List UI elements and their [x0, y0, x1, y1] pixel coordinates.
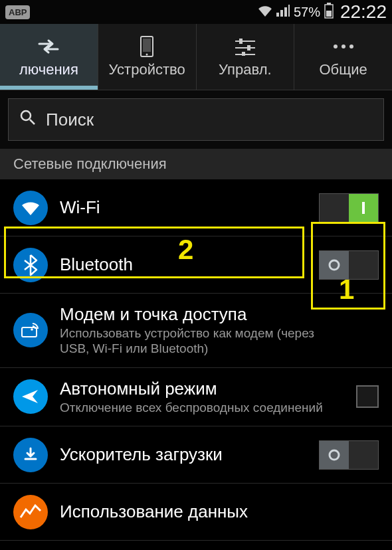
data-usage-icon: [13, 495, 48, 529]
connections-icon: [37, 36, 60, 57]
row-tethering[interactable]: Модем и точка доступа Использовать устро…: [0, 294, 392, 368]
row-title: Bluetooth: [60, 254, 307, 275]
booster-toggle[interactable]: [319, 440, 379, 470]
section-network-header: Сетевые подключения: [0, 149, 392, 179]
battery-icon: [324, 3, 334, 22]
search-icon: [19, 109, 37, 131]
tab-label: Устройство: [109, 61, 185, 78]
clock: 22:22: [340, 1, 387, 23]
tab-connections[interactable]: лючения: [0, 24, 98, 90]
abp-badge: ABP: [5, 5, 30, 19]
tab-controls[interactable]: Управл.: [197, 24, 295, 90]
airplane-icon: [13, 379, 48, 414]
svg-rect-4: [143, 39, 151, 52]
row-wifi[interactable]: Wi-Fi: [0, 179, 392, 236]
svg-rect-11: [242, 52, 245, 56]
device-icon: [140, 36, 154, 57]
tab-label: лючения: [19, 61, 78, 78]
row-title: Wi-Fi: [60, 197, 307, 218]
more-icon: [332, 36, 355, 57]
row-airplane[interactable]: Автономный режим Отключение всех беспров…: [0, 368, 392, 427]
wifi-icon: [13, 191, 48, 225]
battery-percent: 57%: [294, 5, 320, 20]
row-download-booster[interactable]: Ускоритель загрузки: [0, 426, 392, 484]
svg-line-16: [30, 120, 35, 124]
svg-point-14: [349, 45, 353, 48]
svg-point-20: [330, 450, 339, 460]
svg-rect-7: [239, 39, 243, 44]
svg-point-17: [330, 260, 339, 270]
svg-point-15: [21, 111, 31, 120]
svg-point-19: [31, 328, 33, 331]
cell-signal-icon: [276, 5, 290, 20]
row-subtitle: Отключение всех беспроводных соединений: [60, 401, 339, 416]
download-booster-icon: [13, 438, 48, 472]
tether-icon: [13, 313, 48, 347]
row-title: Использование данных: [60, 502, 379, 522]
svg-point-5: [146, 53, 148, 55]
search-placeholder: Поиск: [46, 110, 94, 130]
tab-general[interactable]: Общие: [294, 24, 392, 90]
row-data-usage[interactable]: Использование данных: [0, 484, 392, 541]
svg-point-12: [334, 45, 338, 48]
airplane-checkbox[interactable]: [356, 385, 379, 408]
tab-label: Управл.: [219, 61, 272, 78]
svg-rect-18: [22, 327, 37, 337]
bluetooth-toggle[interactable]: [319, 250, 379, 280]
status-bar: ABP 57% 22:22: [0, 0, 392, 24]
row-bluetooth[interactable]: Bluetooth: [0, 236, 392, 294]
wifi-signal-icon: [258, 5, 272, 20]
search-input[interactable]: Поиск: [8, 98, 384, 141]
search-row: Поиск: [0, 90, 392, 149]
svg-rect-2: [326, 11, 332, 17]
row-title: Автономный режим: [60, 379, 344, 399]
bluetooth-icon: [13, 248, 48, 282]
settings-tabs: лючения Устройство Управл. Общие: [0, 24, 392, 90]
wifi-toggle[interactable]: [319, 193, 379, 223]
row-title: Ускоритель загрузки: [60, 444, 307, 465]
tab-label: Общие: [319, 61, 367, 78]
tab-device[interactable]: Устройство: [98, 24, 197, 90]
svg-point-13: [342, 45, 345, 48]
row-subtitle: Использовать устройство как модем (через…: [60, 326, 339, 357]
row-title: Модем и точка доступа: [60, 304, 379, 325]
sliders-icon: [234, 36, 256, 57]
svg-rect-9: [247, 45, 250, 50]
